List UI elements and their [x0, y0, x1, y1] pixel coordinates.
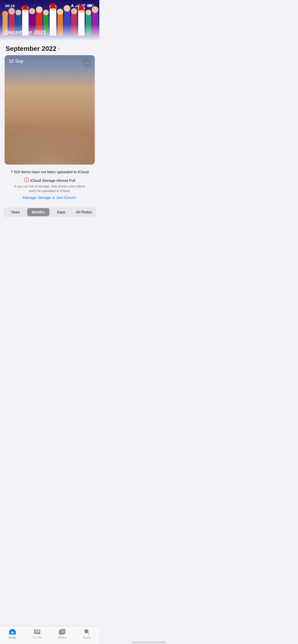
svg-rect-2: [78, 5, 79, 7]
svg-rect-52: [44, 106, 48, 112]
svg-point-60: [42, 137, 56, 149]
svg-rect-70: [56, 154, 59, 158]
svg-point-53: [39, 96, 53, 111]
chevron-right-icon: ›: [58, 46, 60, 52]
storage-warning: ! iCloud Storage Almost Full If you run …: [6, 178, 94, 200]
photo-scene-svg: [5, 55, 95, 165]
wifi-icon: [82, 4, 86, 7]
svg-point-64: [52, 142, 52, 142]
svg-point-44: [68, 96, 89, 111]
svg-point-47: [34, 153, 41, 156]
main-content: December 2021 September 2022 ›: [0, 0, 99, 253]
storage-count-text: 7 520 items have not been uploaded to iC…: [6, 170, 94, 174]
section-title: September 2022: [6, 45, 56, 53]
svg-rect-42: [5, 55, 95, 165]
svg-rect-46: [5, 144, 95, 165]
svg-point-56: [38, 96, 54, 99]
svg-point-58: [47, 102, 49, 103]
more-dots: ···: [84, 61, 89, 65]
svg-point-74: [55, 157, 59, 160]
svg-point-59: [39, 143, 59, 156]
svg-point-72: [46, 157, 50, 160]
svg-rect-1: [77, 5, 77, 7]
status-icons: [71, 4, 94, 7]
storage-section: 7 520 items have not been uploaded to iC…: [0, 165, 99, 202]
view-btn-years[interactable]: Years: [4, 208, 27, 216]
view-btn-allphotos[interactable]: All Photos: [73, 208, 95, 216]
svg-point-54: [39, 96, 53, 100]
battery-icon: [87, 4, 94, 7]
svg-rect-66: [43, 147, 55, 149]
svg-rect-5: [88, 5, 92, 7]
svg-rect-69: [51, 154, 55, 158]
view-btn-months[interactable]: Months: [27, 208, 50, 216]
section-header: September 2022 ›: [0, 41, 99, 55]
photo-date-label: 12 Sep: [9, 59, 23, 64]
svg-point-73: [51, 157, 55, 160]
svg-point-57: [43, 102, 45, 103]
svg-rect-68: [47, 154, 50, 158]
view-btn-days[interactable]: Days: [50, 208, 72, 216]
svg-point-45: [5, 137, 95, 165]
warning-icon: !: [24, 178, 29, 183]
photo-more-button[interactable]: ···: [82, 58, 91, 67]
storage-warning-title: ! iCloud Storage Almost Full: [24, 178, 75, 183]
svg-rect-55: [40, 95, 52, 99]
svg-point-61: [46, 141, 48, 143]
svg-point-48: [49, 153, 57, 156]
svg-point-43: [7, 97, 33, 115]
svg-point-71: [42, 157, 46, 160]
storage-warning-desc: If you run out of storage, new photos an…: [11, 184, 88, 193]
svg-point-62: [51, 141, 53, 143]
photo-image: [5, 55, 95, 165]
view-selector: Years Months Days All Photos: [4, 207, 96, 217]
svg-rect-0: [75, 6, 76, 7]
svg-rect-49: [43, 121, 48, 131]
status-time: 00:16: [5, 4, 15, 8]
svg-point-65: [47, 143, 51, 146]
svg-text:!: !: [26, 178, 27, 182]
location-icon: [71, 4, 74, 7]
warning-title-text: iCloud Storage Almost Full: [30, 178, 75, 183]
signal-icon: [75, 4, 80, 7]
svg-point-63: [47, 142, 47, 142]
svg-point-50: [34, 132, 39, 136]
photo-card[interactable]: 12 Sep ···: [5, 55, 95, 165]
svg-rect-3: [79, 4, 80, 7]
svg-rect-67: [43, 154, 46, 158]
manage-storage-link[interactable]: Manage Storage or Get iCloud+: [23, 195, 77, 200]
status-bar: 00:16: [0, 0, 99, 11]
svg-point-51: [52, 132, 58, 136]
hero-date-label: December 2021: [5, 29, 46, 36]
